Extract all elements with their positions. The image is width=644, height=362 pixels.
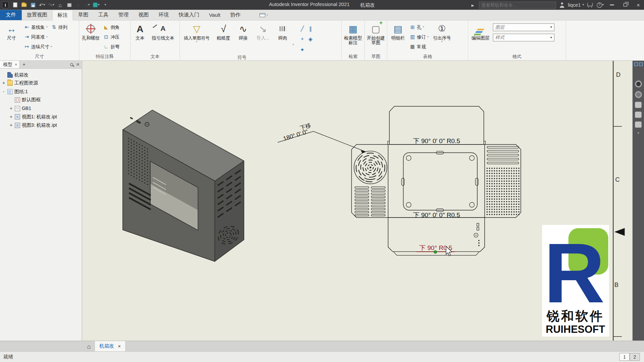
tab-tools[interactable]: 工具 <box>93 10 113 20</box>
app-menu-button[interactable]: I <box>2 1 10 9</box>
look-at-icon[interactable] <box>635 121 642 127</box>
tab-collaborate[interactable]: 协作 <box>225 10 246 20</box>
surface-texture-button[interactable]: √ 粗糙度 <box>214 22 233 40</box>
import-symbol-button[interactable]: ↘ 导入... <box>253 22 273 40</box>
sketch-effects-icon[interactable]: ✦ <box>299 45 306 54</box>
tab-get-started[interactable]: 快速入门 <box>174 10 204 20</box>
drawing-canvas[interactable]: D C B <box>82 61 633 341</box>
material-button[interactable]: ◌▾ <box>83 1 92 9</box>
tree-item-root[interactable]: 机箱改 <box>2 71 82 79</box>
tree-item-default-border[interactable]: 默认图框 <box>2 96 82 104</box>
symbols-more-dropdown[interactable]: ▾ <box>292 43 294 47</box>
tab-vault[interactable]: Vault <box>204 10 225 20</box>
sheet-page-1[interactable]: 1 <box>620 353 630 361</box>
tab-environments[interactable]: 环境 <box>154 10 174 20</box>
leader-text-button[interactable]: A 指引线文本 <box>150 22 177 40</box>
parts-list-button[interactable]: ▤ 明细栏 <box>388 22 407 40</box>
print-button[interactable] <box>65 1 73 9</box>
layer-dropdown[interactable]: 图层▾ <box>493 23 554 31</box>
general-table-button[interactable]: ▦常规 <box>409 42 427 51</box>
insert-sketch-symbol-button[interactable]: ▽ 插入草图符号 ▾ <box>181 22 212 44</box>
new-file-button[interactable] <box>11 1 19 9</box>
text-button[interactable]: A 文本 <box>132 22 148 40</box>
baseline-set-button[interactable]: ⇤基线集▾ <box>23 22 49 32</box>
browser-add-tab-button[interactable]: + <box>20 62 29 67</box>
center-mark-icon[interactable]: ＋ <box>299 34 306 44</box>
balloon-button[interactable]: ① 引出序号 ▾ <box>431 22 453 44</box>
appearance-button[interactable]: ▾ <box>92 1 101 9</box>
tab-manage[interactable]: 管理 <box>113 10 133 20</box>
help-button[interactable]: ?▾ <box>596 1 605 9</box>
grip-point[interactable] <box>434 251 437 254</box>
bend-icon: ∟ <box>103 44 109 50</box>
navbar-more-icon[interactable]: ▾ <box>637 131 639 135</box>
style-dropdown[interactable]: 样式▾ <box>493 34 554 41</box>
browser-search-icon[interactable] <box>70 63 73 66</box>
tab-close-icon[interactable]: × <box>118 343 121 349</box>
tree-item-view1[interactable]: +视图1: 机箱改.ipt <box>2 113 82 121</box>
home-view-icon[interactable] <box>635 112 642 118</box>
search-collapse-arrow[interactable]: ▸ <box>469 1 477 9</box>
tree-item-drawing-resources[interactable]: +工程图资源 <box>2 79 82 87</box>
doc-restore-icon[interactable] <box>634 62 638 66</box>
tree-item-gb1[interactable]: +GB1 <box>2 104 82 113</box>
tab-annotate[interactable]: 标注 <box>52 10 73 20</box>
same-datum-button[interactable]: ⇥同基准▾ <box>23 33 49 42</box>
tab-view[interactable]: 视图 <box>133 10 154 20</box>
doc-close-icon[interactable] <box>639 62 643 66</box>
ribbon-group-symbols: ▽ 插入草图符号 ▾ √ 粗糙度 ∿ 焊接 ↘ 导入... <box>180 20 341 60</box>
user-name[interactable]: liqce1 <box>568 2 581 8</box>
document-tab-active[interactable]: 机箱改 × <box>95 341 126 352</box>
browser-tab-close-icon[interactable]: × <box>15 62 17 67</box>
tab-sketch[interactable]: 草图 <box>73 10 93 20</box>
centered-pattern-icon[interactable]: ◈ <box>307 34 314 44</box>
minimize-button[interactable] <box>606 0 618 10</box>
caterpillar-button[interactable]: 焊肉 <box>274 22 291 40</box>
ribbon-group-sketch: ▢＋ 开始创建 草图 草图 <box>365 20 387 60</box>
qat-customize-button[interactable]: ▾ <box>101 1 110 9</box>
browser-menu-icon[interactable]: ≡ <box>76 62 79 67</box>
tab-file[interactable]: 文件 <box>0 10 22 20</box>
retrieve-model-annotation-button[interactable]: ▦ 检索模型 标注 <box>343 22 363 45</box>
restore-button[interactable] <box>620 0 631 10</box>
fold-note-bottom[interactable]: 下 90° 0' 0" R0.5 <box>413 212 460 219</box>
tree-item-view3[interactable]: +视图3: 机箱改.ipt <box>2 121 82 129</box>
save-button[interactable] <box>29 1 38 9</box>
zoom-icon[interactable] <box>635 102 642 108</box>
home-button[interactable]: ⌂ <box>56 1 65 9</box>
arrange-button[interactable]: ⇅排列 <box>50 22 68 32</box>
store-button[interactable] <box>586 1 594 9</box>
undo-button[interactable]: ↶▾ <box>38 1 47 9</box>
chamfer-note-button[interactable]: ◣倒角 <box>102 22 120 32</box>
weld-symbol-button[interactable]: ∿ 焊接 <box>234 22 252 40</box>
sheet-page-2[interactable]: 2 <box>630 353 640 361</box>
navigation-wheel-icon[interactable] <box>635 80 642 87</box>
centerline-icon[interactable]: ╱ <box>299 23 306 33</box>
edit-layers-button[interactable]: 编辑图层 <box>470 22 492 40</box>
flat-pattern-view[interactable] <box>352 106 521 255</box>
hole-table-button[interactable]: ⊞孔▾ <box>409 22 425 32</box>
close-button[interactable]: × <box>633 0 644 10</box>
start-sketch-button[interactable]: ▢＋ 开始创建 草图 <box>366 22 386 45</box>
revision-table-button[interactable]: ▥修订▾ <box>409 33 429 42</box>
ribbon-display-toggle[interactable]: ▾ <box>255 10 273 20</box>
browser-tab-model[interactable]: 模型× <box>0 61 20 68</box>
search-input[interactable] <box>481 2 554 7</box>
dimension-button[interactable]: ↔ 尺寸 <box>1 22 22 40</box>
iso-view-chassis[interactable] <box>123 110 244 261</box>
help-search-box[interactable] <box>479 1 556 8</box>
measure-button[interactable]: ◌ <box>74 1 83 9</box>
bend-note-button[interactable]: ∟折弯 <box>102 42 120 51</box>
hole-thread-button[interactable]: 孔和螺纹 <box>80 22 101 40</box>
account-button[interactable] <box>557 1 566 9</box>
centerline-bisector-icon[interactable]: ∥ <box>307 23 314 33</box>
tree-item-sheet1[interactable]: -图纸:1 <box>2 87 82 96</box>
tab-place-views[interactable]: 放置视图 <box>22 10 52 20</box>
chain-dimension-button[interactable]: ↦连续尺寸▾ <box>23 42 53 51</box>
redo-button[interactable]: ↷▾ <box>47 1 56 9</box>
punch-note-button[interactable]: ⊡冲压 <box>102 33 120 42</box>
pan-icon[interactable] <box>635 91 642 98</box>
fold-note-top[interactable]: 下 90° 0' 0" R0.5 <box>413 137 460 144</box>
home-tab-button[interactable]: ⌂ <box>84 341 95 352</box>
open-button[interactable] <box>20 1 29 9</box>
